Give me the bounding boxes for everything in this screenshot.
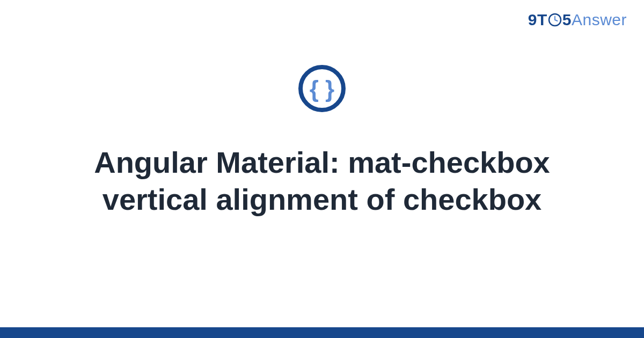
main-content: { } Angular Material: mat-checkbox verti… — [0, 64, 644, 218]
logo-text-9t: 9T — [528, 11, 547, 29]
logo-clock-o-icon — [548, 13, 562, 27]
footer-bar — [0, 327, 644, 338]
svg-line-2 — [555, 20, 558, 21]
logo-text-5: 5 — [562, 11, 572, 29]
code-braces-icon: { } — [298, 64, 346, 113]
page-title: Angular Material: mat-checkbox vertical … — [54, 144, 590, 218]
svg-text:{ }: { } — [310, 76, 334, 102]
site-logo: 9T 5 Answer — [528, 11, 627, 29]
logo-text-answer: Answer — [572, 11, 627, 29]
